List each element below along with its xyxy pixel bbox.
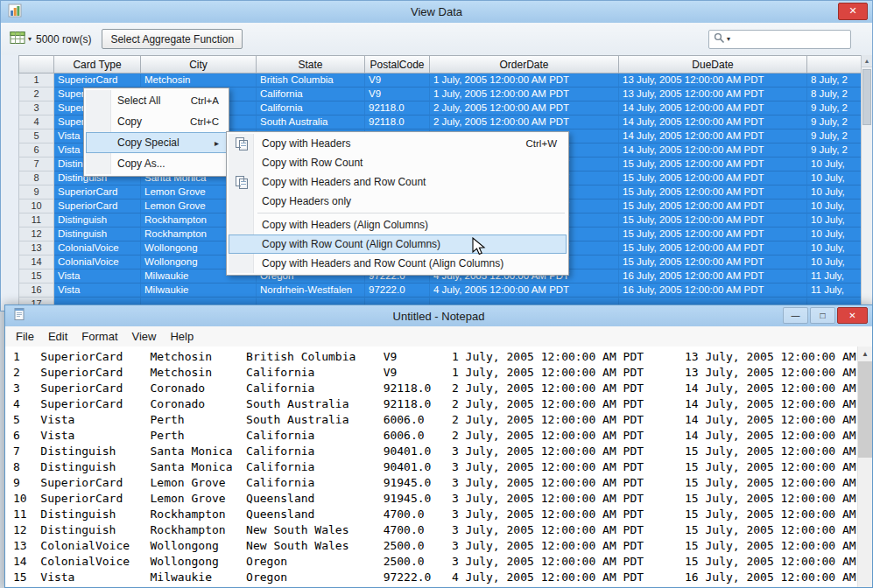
row-number-cell[interactable]: 14	[18, 256, 54, 270]
row-number-cell[interactable]: 12	[18, 228, 54, 242]
grid-cell[interactable]: Vista	[54, 284, 141, 298]
notepad-titlebar[interactable]: Untitled - Notepad — □ ✕	[5, 305, 872, 326]
grid-cell[interactable]: SuperiorCard	[54, 74, 141, 88]
grid-cell[interactable]: 10 July,	[807, 186, 862, 200]
grid-cell[interactable]: 13 July, 2005 12:00:00 AM PDT	[619, 88, 807, 102]
row-number-cell[interactable]: 15	[18, 270, 54, 284]
grid-cell[interactable]: 11 July,	[807, 284, 862, 298]
close-button[interactable]: ✕	[837, 307, 868, 324]
grid-cell[interactable]: 14 July, 2005 12:00:00 AM PDT	[619, 102, 807, 116]
grid-cell[interactable]: 9 July, 2	[807, 116, 862, 130]
rows-dropdown-button[interactable]: ▾	[10, 31, 32, 47]
grid-cell[interactable]: 10 July,	[807, 200, 862, 214]
menu-item-copy-with-row-count-align-columns[interactable]: Copy with Row Count (Align Columns)	[229, 234, 567, 254]
menu-item-copy-with-headers-and-row-count-align-columns[interactable]: Copy with Headers and Row Count (Align C…	[229, 254, 567, 273]
grid-cell[interactable]: 1 July, 2005 12:00:00 AM PDT	[430, 74, 619, 88]
menu-item-copy-with-headers-align-columns[interactable]: Copy with Headers (Align Columns)	[229, 215, 567, 234]
grid-cell[interactable]: 14 July, 2005 12:00:00 AM PDT	[619, 130, 807, 144]
row-number-cell[interactable]: 1	[18, 74, 54, 88]
grid-cell[interactable]: 10 July,	[807, 256, 862, 270]
search-box[interactable]: ▾	[708, 30, 851, 49]
grid-cell[interactable]: 16 July, 2005 12:00:00 AM PDT	[619, 270, 807, 284]
grid-cell[interactable]: 15 July, 2005 12:00:00 AM PDT	[619, 158, 807, 172]
grid-cell[interactable]: 14 July, 2005 12:00:00 AM PDT	[619, 144, 807, 158]
grid-cell[interactable]: 10 July,	[807, 228, 862, 242]
row-number-cell[interactable]: 11	[18, 214, 54, 228]
grid-cell[interactable]: 1 July, 2005 12:00:00 AM PDT	[430, 88, 619, 102]
notepad-vertical-scrollbar[interactable]: ▲	[857, 346, 872, 587]
column-header-city[interactable]: City	[141, 55, 257, 74]
view-data-titlebar[interactable]: View Data ✕	[1, 1, 872, 23]
grid-cell[interactable]: 15 July, 2005 12:00:00 AM PDT	[619, 256, 807, 270]
menu-item-copy-as[interactable]: Copy As...	[86, 153, 227, 174]
menubar-item-view[interactable]: View	[125, 328, 164, 345]
grid-cell[interactable]: 4 July, 2005 12:00:00 AM PDT	[430, 284, 619, 298]
row-number-cell[interactable]: 3	[18, 102, 54, 116]
grid-cell[interactable]: California	[257, 102, 365, 116]
minimize-button[interactable]: —	[783, 307, 808, 324]
grid-cell[interactable]: 9 July, 2	[807, 144, 862, 158]
grid-cell[interactable]: 11 July,	[807, 270, 862, 284]
grid-cell[interactable]: 10 July,	[807, 214, 862, 228]
menubar-item-edit[interactable]: Edit	[41, 328, 74, 345]
menubar-item-file[interactable]: File	[9, 328, 41, 345]
grid-cell[interactable]: 97222.0	[365, 284, 430, 298]
chevron-down-icon[interactable]: ▾	[727, 35, 730, 43]
grid-cell[interactable]: Distinguish	[54, 228, 141, 242]
menu-item-select-all[interactable]: Select AllCtrl+A	[86, 90, 227, 111]
menubar-item-help[interactable]: Help	[163, 328, 201, 345]
row-number-cell[interactable]: 2	[18, 88, 54, 102]
grid-cell[interactable]: 15 July, 2005 12:00:00 AM PDT	[619, 214, 807, 228]
scroll-thumb[interactable]	[858, 361, 872, 458]
grid-cell[interactable]: ColonialVoice	[54, 256, 141, 270]
grid-cell[interactable]: 92118.0	[365, 116, 430, 130]
grid-cell[interactable]: Metchosin	[141, 74, 257, 88]
grid-cell[interactable]: 10 July,	[807, 172, 862, 186]
grid-cell[interactable]: SuperiorCard	[54, 200, 141, 214]
grid-cell[interactable]: 92118.0	[365, 102, 430, 116]
grid-cell[interactable]: British Columbia	[257, 74, 365, 88]
notepad-text-area[interactable]: 1 SuperiorCard Metchosin British Columbi…	[5, 346, 872, 587]
grid-cell[interactable]: 9 July, 2	[807, 130, 862, 144]
column-header-orderdate[interactable]: OrderDate	[430, 55, 619, 74]
search-input[interactable]	[732, 33, 846, 46]
grid-cell[interactable]: 2 July, 2005 12:00:00 AM PDT	[430, 102, 619, 116]
grid-cell[interactable]: California	[257, 88, 365, 102]
column-header-duedate[interactable]: DueDate	[619, 55, 807, 74]
scroll-thumb[interactable]	[862, 69, 871, 125]
grid-cell[interactable]: V9	[365, 88, 430, 102]
column-header-card-type[interactable]: Card Type	[54, 55, 141, 74]
menu-item-copy-special[interactable]: Copy Special▸	[86, 132, 227, 153]
grid-cell[interactable]: 8 July, 2	[807, 74, 862, 88]
menu-item-copy-with-row-count[interactable]: Copy with Row Count	[229, 153, 567, 172]
row-number-cell[interactable]: 6	[18, 144, 54, 158]
row-number-cell[interactable]: 4	[18, 116, 54, 130]
scroll-up-icon[interactable]: ▲	[858, 346, 872, 361]
menu-item-copy-with-headers[interactable]: Copy with HeadersCtrl+W	[229, 134, 567, 153]
row-number-cell[interactable]: 8	[18, 172, 54, 186]
grid-cell[interactable]: South Australia	[257, 116, 365, 130]
grid-cell[interactable]: 15 July, 2005 12:00:00 AM PDT	[619, 172, 807, 186]
grid-row[interactable]: 1SuperiorCardMetchosinBritish ColumbiaV9…	[18, 74, 862, 88]
grid-cell[interactable]: Milwaukie	[141, 284, 257, 298]
grid-cell[interactable]: 15 July, 2005 12:00:00 AM PDT	[619, 200, 807, 214]
menu-item-copy[interactable]: CopyCtrl+C	[86, 111, 227, 132]
grid-cell[interactable]: 13 July, 2005 12:00:00 AM PDT	[619, 74, 807, 88]
grid-cell[interactable]: V9	[365, 74, 430, 88]
row-number-cell[interactable]: 7	[18, 158, 54, 172]
column-header-postalcode[interactable]: PostalCode	[365, 55, 430, 74]
menubar-item-format[interactable]: Format	[74, 328, 124, 345]
grid-cell[interactable]: 16 July, 2005 12:00:00 AM PDT	[619, 284, 807, 298]
grid-cell[interactable]: SuperiorCard	[54, 186, 141, 200]
grid-cell[interactable]: Nordrhein-Westfalen	[257, 284, 365, 298]
column-header-state[interactable]: State	[257, 55, 365, 74]
menu-item-copy-with-headers-and-row-count[interactable]: Copy with Headers and Row Count	[229, 172, 567, 192]
grid-cell[interactable]: Distinguish	[54, 214, 141, 228]
grid-cell[interactable]: 10 July,	[807, 242, 862, 256]
grid-cell[interactable]: ColonialVoice	[54, 242, 141, 256]
row-number-cell[interactable]: 16	[18, 284, 54, 298]
grid-cell[interactable]: 15 July, 2005 12:00:00 AM PDT	[619, 242, 807, 256]
scroll-up-icon[interactable]: ▲	[862, 55, 872, 67]
close-button[interactable]: ✕	[838, 3, 868, 20]
grid-cell[interactable]: 10 July,	[807, 158, 862, 172]
